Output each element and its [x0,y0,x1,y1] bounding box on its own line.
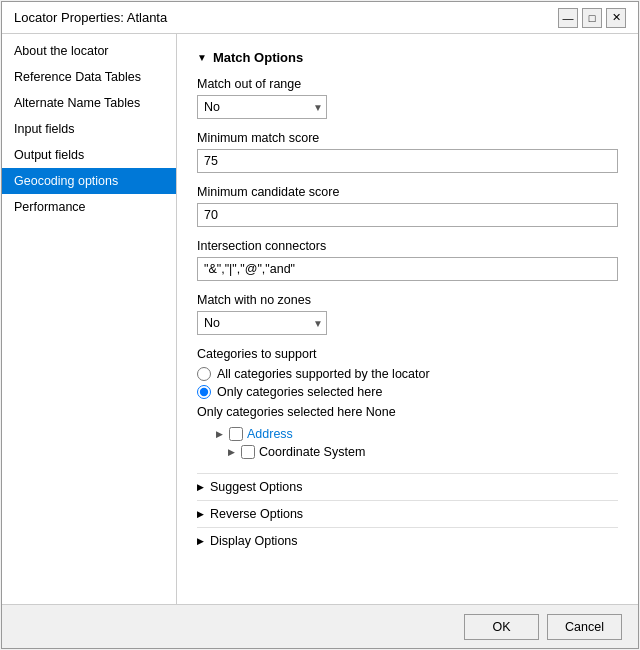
sidebar-item-geocoding-options[interactable]: Geocoding options [2,168,176,194]
tree-toggle-address-icon[interactable]: ▶ [213,428,225,440]
collapsible-sections: Suggest Options Reverse Options Display … [197,473,618,554]
dialog-footer: OK Cancel [2,604,638,648]
only-categories-text: Only categories selected here None [197,405,618,419]
match-no-zones-label: Match with no zones [197,293,618,307]
tree-toggle-coordinate-icon[interactable]: ▶ [225,446,237,458]
match-no-zones-select-wrapper: No Yes ▼ [197,311,327,335]
intersection-connectors-label: Intersection connectors [197,239,618,253]
sidebar-item-output-fields[interactable]: Output fields [2,142,176,168]
min-match-score-group: Minimum match score [197,131,618,173]
display-options-label: Display Options [210,534,298,548]
display-options-header[interactable]: Display Options [197,527,618,554]
categories-label: Categories to support [197,347,618,361]
min-match-score-input[interactable] [197,149,618,173]
match-out-of-range-select-wrapper: No Yes ▼ [197,95,327,119]
tree-item-coordinate: ▶ Coordinate System [197,443,618,461]
sidebar-item-input-fields[interactable]: Input fields [2,116,176,142]
sidebar-item-about[interactable]: About the locator [2,38,176,64]
minimize-button[interactable]: — [558,8,578,28]
cancel-button[interactable]: Cancel [547,614,622,640]
radio-all-input[interactable] [197,367,211,381]
intersection-connectors-input[interactable] [197,257,618,281]
close-button[interactable]: ✕ [606,8,626,28]
title-bar-buttons: — □ ✕ [558,8,626,28]
suggest-options-header[interactable]: Suggest Options [197,473,618,500]
radio-only-input[interactable] [197,385,211,399]
radio-all-label: All categories supported by the locator [217,367,430,381]
tree-label-coordinate: Coordinate System [259,445,365,459]
dialog-title: Locator Properties: Atlanta [14,10,167,25]
match-out-of-range-select[interactable]: No Yes [197,95,327,119]
radio-group-categories: All categories supported by the locator … [197,367,618,399]
match-options-header: Match Options [197,50,618,65]
sidebar: About the locator Reference Data Tables … [2,34,177,604]
suggest-options-label: Suggest Options [210,480,302,494]
min-candidate-score-input[interactable] [197,203,618,227]
title-bar: Locator Properties: Atlanta — □ ✕ [2,2,638,34]
intersection-connectors-group: Intersection connectors [197,239,618,281]
dialog-window: Locator Properties: Atlanta — □ ✕ About … [1,1,639,649]
min-match-score-label: Minimum match score [197,131,618,145]
dialog-body: About the locator Reference Data Tables … [2,34,638,604]
tree-item-address: ▶ Address [197,425,618,443]
min-candidate-score-label: Minimum candidate score [197,185,618,199]
match-out-of-range-label: Match out of range [197,77,618,91]
main-content: Match Options Match out of range No Yes … [177,34,638,604]
checkbox-address[interactable] [229,427,243,441]
match-no-zones-select[interactable]: No Yes [197,311,327,335]
sidebar-item-reference-data[interactable]: Reference Data Tables [2,64,176,90]
reverse-options-header[interactable]: Reverse Options [197,500,618,527]
checkbox-coordinate[interactable] [241,445,255,459]
categories-section: Categories to support All categories sup… [197,347,618,461]
sidebar-item-alternate-name[interactable]: Alternate Name Tables [2,90,176,116]
tree-label-address[interactable]: Address [247,427,293,441]
sidebar-item-performance[interactable]: Performance [2,194,176,220]
radio-only-label: Only categories selected here [217,385,382,399]
match-no-zones-group: Match with no zones No Yes ▼ [197,293,618,335]
reverse-options-label: Reverse Options [210,507,303,521]
ok-button[interactable]: OK [464,614,539,640]
min-candidate-score-group: Minimum candidate score [197,185,618,227]
radio-only-categories[interactable]: Only categories selected here [197,385,618,399]
radio-all-categories[interactable]: All categories supported by the locator [197,367,618,381]
match-out-of-range-group: Match out of range No Yes ▼ [197,77,618,119]
maximize-button[interactable]: □ [582,8,602,28]
